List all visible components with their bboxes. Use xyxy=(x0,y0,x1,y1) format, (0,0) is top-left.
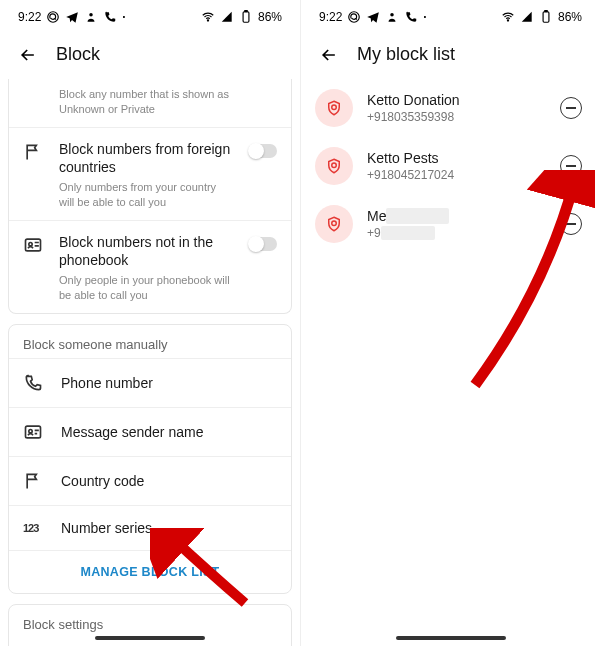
svg-point-11 xyxy=(507,20,508,21)
svg-rect-12 xyxy=(543,12,549,23)
block-foreign-toggle[interactable] xyxy=(249,144,277,158)
block-foreign-sub: Only numbers from your country will be a… xyxy=(59,180,233,210)
block-list-item[interactable]: Ketto Pests +918045217024 xyxy=(301,137,600,195)
block-not-phonebook-row[interactable]: Block numbers not in the phonebook Only … xyxy=(9,220,291,313)
remove-button[interactable] xyxy=(560,97,582,119)
svg-rect-7 xyxy=(26,426,41,438)
redacted: xxxxxxxxx xyxy=(381,226,435,240)
shield-icon xyxy=(315,89,353,127)
block-foreign-title: Block numbers from foreign countries xyxy=(59,140,233,176)
status-battery-pct: 86% xyxy=(558,10,582,24)
whatsapp-icon xyxy=(347,10,361,24)
svg-point-15 xyxy=(332,163,337,168)
signal-icon xyxy=(520,10,534,24)
flag-icon xyxy=(23,471,43,491)
manual-phone-number[interactable]: Phone number xyxy=(9,358,291,407)
block-manually-card: Block someone manually Phone number Mess… xyxy=(8,324,292,594)
page-title: Block xyxy=(56,44,100,65)
block-unknown-row[interactable]: Block any number that is shown as Unknow… xyxy=(9,79,291,127)
svg-rect-13 xyxy=(545,11,547,12)
block-settings-header: Block settings xyxy=(9,605,291,640)
manual-phone-number-label: Phone number xyxy=(61,375,153,391)
redacted: xxxxxxxxx xyxy=(386,208,449,224)
phone-icon xyxy=(23,373,43,393)
wifi-icon xyxy=(501,10,515,24)
block-not-phonebook-toggle[interactable] xyxy=(249,237,277,251)
back-button[interactable] xyxy=(319,45,339,65)
manual-sender-name-label: Message sender name xyxy=(61,424,203,440)
manage-block-list-button[interactable]: MANAGE BLOCK LIST xyxy=(9,550,291,593)
block-item-number: +9xxxxxxxxx xyxy=(367,226,546,240)
wifi-icon xyxy=(201,10,215,24)
back-button[interactable] xyxy=(18,45,38,65)
remove-button[interactable] xyxy=(560,213,582,235)
block-item-name: Ketto Donation xyxy=(367,92,546,108)
home-indicator[interactable] xyxy=(95,636,205,640)
status-battery-pct: 86% xyxy=(258,10,282,24)
block-options-card: Block any number that is shown as Unknow… xyxy=(8,79,292,314)
shield-icon xyxy=(315,205,353,243)
svg-point-2 xyxy=(207,20,208,21)
person-icon xyxy=(84,10,98,24)
block-item-name: Ketto Pests xyxy=(367,150,546,166)
home-indicator[interactable] xyxy=(396,636,506,640)
manual-number-series[interactable]: 123 Number series xyxy=(9,505,291,550)
battery-icon xyxy=(539,10,553,24)
how-to-block-calls[interactable]: How to block calls xyxy=(9,640,291,646)
svg-point-16 xyxy=(332,221,337,226)
manual-country-code[interactable]: Country code xyxy=(9,456,291,505)
manual-country-code-label: Country code xyxy=(61,473,144,489)
shield-icon xyxy=(315,147,353,185)
status-time: 9:22 xyxy=(18,10,41,24)
telegram-icon xyxy=(366,10,380,24)
phone-left: 9:22 · 86% Block Block any number that i… xyxy=(0,0,300,646)
id-card-icon xyxy=(23,422,43,442)
status-more: · xyxy=(423,10,426,24)
manual-number-series-label: Number series xyxy=(61,520,152,536)
content: Block any number that is shown as Unknow… xyxy=(0,79,300,646)
status-bar: 9:22 · 86% xyxy=(301,0,600,34)
header: My block list xyxy=(301,34,600,79)
svg-point-1 xyxy=(90,13,94,16)
whatsapp-icon xyxy=(46,10,60,24)
remove-button[interactable] xyxy=(560,155,582,177)
phone-notif-icon xyxy=(404,10,418,24)
svg-rect-3 xyxy=(243,12,249,23)
phone-right: 9:22 · 86% My block list Ketto Donation xyxy=(300,0,600,646)
number-series-icon: 123 xyxy=(23,522,43,534)
person-icon xyxy=(385,10,399,24)
signal-icon xyxy=(220,10,234,24)
flag-icon xyxy=(23,142,43,162)
manual-sender-name[interactable]: Message sender name xyxy=(9,407,291,456)
block-list-item[interactable]: Ketto Donation +918035359398 xyxy=(301,79,600,137)
block-unknown-sub: Block any number that is shown as Unknow… xyxy=(59,87,277,117)
block-manually-header: Block someone manually xyxy=(9,325,291,358)
svg-point-10 xyxy=(391,13,395,16)
battery-icon xyxy=(239,10,253,24)
telegram-icon xyxy=(65,10,79,24)
contact-card-icon xyxy=(23,235,43,255)
svg-point-6 xyxy=(29,242,32,245)
status-bar: 9:22 · 86% xyxy=(0,0,300,34)
header: Block xyxy=(0,34,300,79)
svg-rect-4 xyxy=(245,11,247,12)
page-title: My block list xyxy=(357,44,455,65)
phone-notif-icon xyxy=(103,10,117,24)
status-time: 9:22 xyxy=(319,10,342,24)
svg-point-8 xyxy=(29,429,32,432)
block-item-number: +918035359398 xyxy=(367,110,546,124)
svg-point-14 xyxy=(332,105,337,110)
block-item-number: +918045217024 xyxy=(367,168,546,182)
block-list-item[interactable]: Mexxxxxxxxx +9xxxxxxxxx xyxy=(301,195,600,253)
block-list: Ketto Donation +918035359398 Ketto Pests… xyxy=(301,79,600,253)
block-foreign-row[interactable]: Block numbers from foreign countries Onl… xyxy=(9,127,291,220)
block-item-name: Mexxxxxxxxx xyxy=(367,208,546,224)
status-more: · xyxy=(122,10,125,24)
block-not-phonebook-sub: Only people in your phonebook will be ab… xyxy=(59,273,233,303)
block-not-phonebook-title: Block numbers not in the phonebook xyxy=(59,233,233,269)
